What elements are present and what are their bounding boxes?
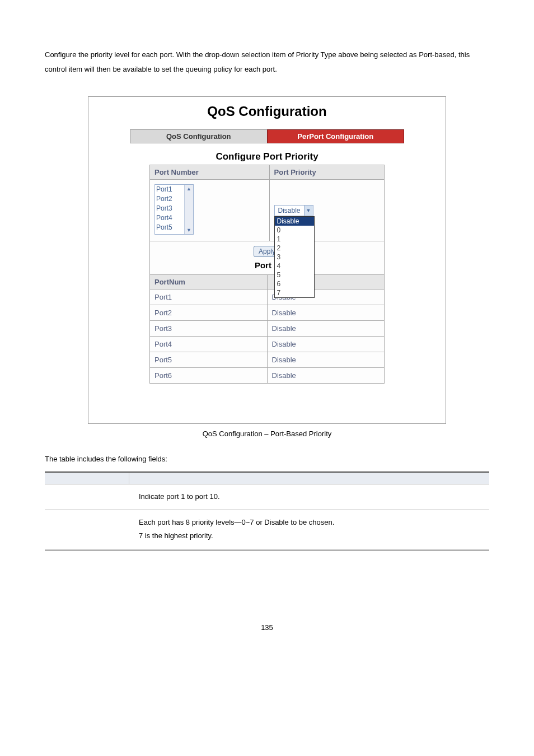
chevron-down-icon[interactable]: ▼ <box>304 206 313 216</box>
intro-paragraph: Configure the priority level for each po… <box>45 48 489 77</box>
dropdown-option[interactable]: 6 <box>275 279 314 288</box>
col-port-number: Port Number <box>150 165 270 180</box>
col-portnum: PortNum <box>150 275 268 290</box>
dropdown-option[interactable]: 3 <box>275 253 314 262</box>
cell-port: Port2 <box>150 305 268 321</box>
tab-bar: QoS Configuration PerPort Configuration <box>130 129 404 143</box>
dropdown-option[interactable]: 7 <box>275 288 314 297</box>
cell-port: Port1 <box>150 290 268 305</box>
tab-qos-configuration[interactable]: QoS Configuration <box>130 129 267 143</box>
dropdown-option[interactable]: 5 <box>275 270 314 279</box>
qos-panel: QoS Configuration QoS Configuration PerP… <box>88 96 446 424</box>
dropdown-options: Disable 0 1 2 3 4 5 6 7 <box>274 216 315 298</box>
tab-perport-configuration[interactable]: PerPort Configuration <box>267 129 405 143</box>
dropdown-option[interactable]: Disable <box>275 217 314 226</box>
table-row: Port6 Disable <box>150 368 385 384</box>
fields-description-table: Indicate port 1 to port 10. Each port ha… <box>45 471 489 550</box>
table-row: Port2 Disable <box>150 305 385 321</box>
configure-table: Port Number Port Priority Port1 Port2 Po… <box>149 165 385 275</box>
dropdown-option[interactable]: 4 <box>275 262 314 270</box>
cell-port: Port6 <box>150 368 268 384</box>
port-priority-table: PortNum Port1 Disable Port2 Disable Port… <box>149 274 385 384</box>
dropdown-option[interactable]: 2 <box>275 244 314 253</box>
scroll-down-icon[interactable]: ▼ <box>186 227 191 233</box>
col-port-priority: Port Priority <box>269 165 384 180</box>
fields-header-col2 <box>129 472 489 484</box>
table-row: Port4 Disable <box>150 337 385 352</box>
panel-title: QoS Configuration <box>88 104 446 119</box>
listbox-scrollbar[interactable]: ▲ ▼ <box>184 185 193 234</box>
configure-port-priority-heading: Configure Port Priority <box>88 151 446 162</box>
table-row: Indicate port 1 to port 10. <box>45 484 489 510</box>
table-row: Port5 Disable <box>150 352 385 368</box>
port-priority-dropdown[interactable]: Disable ▼ Disable 0 1 2 3 4 5 6 7 <box>274 205 313 216</box>
table-intro-text: The table includes the following fields: <box>45 455 489 463</box>
cell-port: Port5 <box>150 352 268 368</box>
cell-port: Port4 <box>150 337 268 352</box>
dropdown-option[interactable]: 0 <box>275 226 314 235</box>
cell-priority: Disable <box>267 352 385 368</box>
cell-port: Port3 <box>150 321 268 337</box>
scroll-up-icon[interactable]: ▲ <box>186 186 191 192</box>
dropdown-selected: Disable <box>275 207 304 214</box>
fields-header-col1 <box>45 472 129 484</box>
table-row: Port1 Disable <box>150 290 385 305</box>
cell-priority: Disable <box>267 305 385 321</box>
cell-priority: Disable <box>267 337 385 352</box>
table-row: Each port has 8 priority levels—0~7 or D… <box>45 510 489 549</box>
figure-caption: QoS Configuration – Port-Based Priority <box>45 430 489 438</box>
field-description: Each port has 8 priority levels—0~7 or D… <box>129 510 489 549</box>
field-description: Indicate port 1 to port 10. <box>129 484 489 510</box>
cell-priority: Disable <box>267 321 385 337</box>
dropdown-option[interactable]: 1 <box>275 235 314 244</box>
port-number-listbox[interactable]: Port1 Port2 Port3 Port4 Port5 ▲ ▼ <box>154 184 194 235</box>
table-row: Port3 Disable <box>150 321 385 337</box>
cell-priority: Disable <box>267 368 385 384</box>
page-number: 135 <box>45 623 489 632</box>
